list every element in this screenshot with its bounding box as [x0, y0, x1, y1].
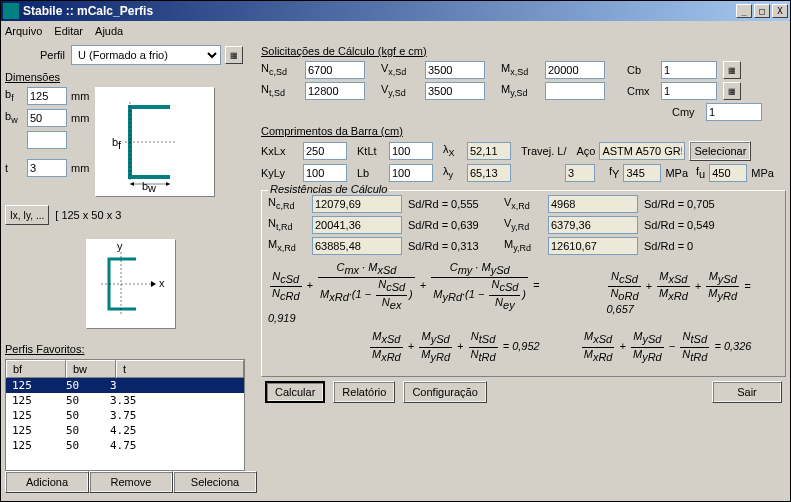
t-label: t: [5, 162, 27, 174]
maximize-button[interactable]: □: [754, 4, 770, 18]
bw-unit: mm: [71, 112, 89, 124]
t-unit: mm: [71, 162, 89, 174]
svg-text:x: x: [159, 277, 165, 289]
myrd-output: [548, 237, 638, 255]
fu-output: [709, 164, 747, 182]
ncsd-label: Nc,Sd: [261, 62, 299, 77]
menu-arquivo[interactable]: Arquivo: [5, 25, 42, 37]
vysd-input[interactable]: [425, 82, 485, 100]
extra-input[interactable]: [27, 131, 67, 149]
mxsd-input[interactable]: [545, 61, 605, 79]
formula-4: MxSdMxRd + MySdMyRd − NtSdNtRd = 0,326: [580, 330, 752, 364]
table-row[interactable]: 125504.75: [6, 438, 244, 453]
sdrd4: Sd/Rd = 0,705: [644, 198, 734, 210]
ncrd-output: [312, 195, 402, 213]
ntsd-label: Nt,Sd: [261, 83, 299, 98]
cmy-input[interactable]: [706, 103, 762, 121]
props-button[interactable]: Ix, Iy, ...: [5, 205, 49, 225]
sdrd2: Sd/Rd = 0,639: [408, 219, 498, 231]
kxlx-label: KxLx: [261, 145, 299, 157]
config-button[interactable]: Configuração: [403, 381, 486, 403]
bf-label: bf: [5, 88, 27, 103]
perfil-color-button[interactable]: ▦: [225, 46, 243, 64]
table-row[interactable]: 125504.25: [6, 423, 244, 438]
cb-label: Cb: [627, 64, 655, 76]
svg-text:w: w: [147, 182, 156, 192]
fav-select-button[interactable]: Seleciona: [173, 471, 257, 493]
mxsd-label: Mx,Sd: [501, 62, 539, 77]
vxsd-input[interactable]: [425, 61, 485, 79]
fav-header: bf bw t: [6, 360, 244, 378]
formula-1: NcSdNcRd + Cmx · MxSdMxRd·(1 − NcSdNex) …: [268, 261, 566, 324]
ntrd-label: Nt,Rd: [268, 217, 306, 232]
fav-table[interactable]: bf bw t 125503125503.35125503.75125504.2…: [5, 359, 245, 471]
fu-label: fu: [696, 165, 705, 180]
bf-unit: mm: [71, 90, 89, 102]
vxrd-label: Vx,Rd: [504, 196, 542, 211]
minimize-button[interactable]: _: [736, 4, 752, 18]
cb-calc-button[interactable]: ▦: [723, 61, 741, 79]
window-title: Stabile :: mCalc_Perfis: [23, 4, 734, 18]
svg-text:y: y: [117, 244, 123, 252]
fy-output: [623, 164, 661, 182]
fav-remove-button[interactable]: Remove: [89, 471, 173, 493]
titlebar: Stabile :: mCalc_Perfis _ □ X: [1, 1, 790, 21]
bw-input[interactable]: [27, 109, 67, 127]
vxsd-label: Vx,Sd: [381, 62, 419, 77]
aco-output: [599, 142, 685, 160]
perfil-select[interactable]: U (Formado a frio): [71, 45, 221, 65]
myrd-label: My,Rd: [504, 238, 542, 253]
table-row[interactable]: 125503.35: [6, 393, 244, 408]
formula-2: NcSdNoRd + MxSdMxRd + MySdMyRd = 0,657: [606, 270, 779, 316]
mxrd-output: [312, 237, 402, 255]
relatorio-button[interactable]: Relatório: [333, 381, 395, 403]
cmx-calc-button[interactable]: ▦: [723, 82, 741, 100]
kxlx-input[interactable]: [303, 142, 347, 160]
calcular-button[interactable]: Calcular: [265, 381, 325, 403]
fy-label: fY: [609, 165, 619, 180]
ncrd-label: Nc,Rd: [268, 196, 306, 211]
table-row[interactable]: 125503.75: [6, 408, 244, 423]
lambday-label: λy: [443, 165, 463, 180]
ncsd-input[interactable]: [305, 61, 365, 79]
props-text: [ 125 x 50 x 3: [55, 209, 121, 221]
sdrd6: Sd/Rd = 0: [644, 240, 734, 252]
ktlt-label: KtLt: [357, 145, 385, 157]
fy-unit: MPa: [665, 167, 688, 179]
lambdax-output: [467, 142, 511, 160]
aco-label: Aço: [576, 145, 595, 157]
menu-editar[interactable]: Editar: [54, 25, 83, 37]
table-row[interactable]: 125503: [6, 378, 244, 393]
vyrd-label: Vy,Rd: [504, 217, 542, 232]
lambdax-label: λX: [443, 143, 463, 158]
sair-button[interactable]: Sair: [712, 381, 782, 403]
close-button[interactable]: X: [772, 4, 788, 18]
lb-input[interactable]: [389, 164, 433, 182]
ntsd-input[interactable]: [305, 82, 365, 100]
t-input[interactable]: [27, 159, 67, 177]
selecionar-button[interactable]: Selecionar: [689, 141, 751, 161]
menu-ajuda[interactable]: Ajuda: [95, 25, 123, 37]
cb-input[interactable]: [661, 61, 717, 79]
travej-label: Travej. L/: [521, 145, 566, 157]
cmx-input[interactable]: [661, 82, 717, 100]
sdrd3: Sd/Rd = 0,313: [408, 240, 498, 252]
fu-unit: MPa: [751, 167, 774, 179]
sdrd5: Sd/Rd = 0,549: [644, 219, 734, 231]
mxrd-label: Mx,Rd: [268, 238, 306, 253]
profile-diagram: bf bw: [95, 87, 215, 197]
fav-add-button[interactable]: Adiciona: [5, 471, 89, 493]
kyly-input[interactable]: [303, 164, 347, 182]
comprimentos-title: Comprimentos da Barra (cm): [261, 125, 786, 137]
axis-diagram: x y: [86, 239, 176, 329]
ktlt-input[interactable]: [389, 142, 433, 160]
bf-input[interactable]: [27, 87, 67, 105]
vysd-label: Vy,Sd: [381, 83, 419, 98]
solicitacoes-title: Solicitações de Cálculo (kgf e cm): [261, 45, 786, 57]
mysd-input[interactable]: [545, 82, 605, 100]
cmx-label: Cmx: [627, 85, 655, 97]
lambday-output: [467, 164, 511, 182]
svg-text:f: f: [118, 139, 122, 151]
ntrd-output: [312, 216, 402, 234]
sdrd1: Sd/Rd = 0,555: [408, 198, 498, 210]
